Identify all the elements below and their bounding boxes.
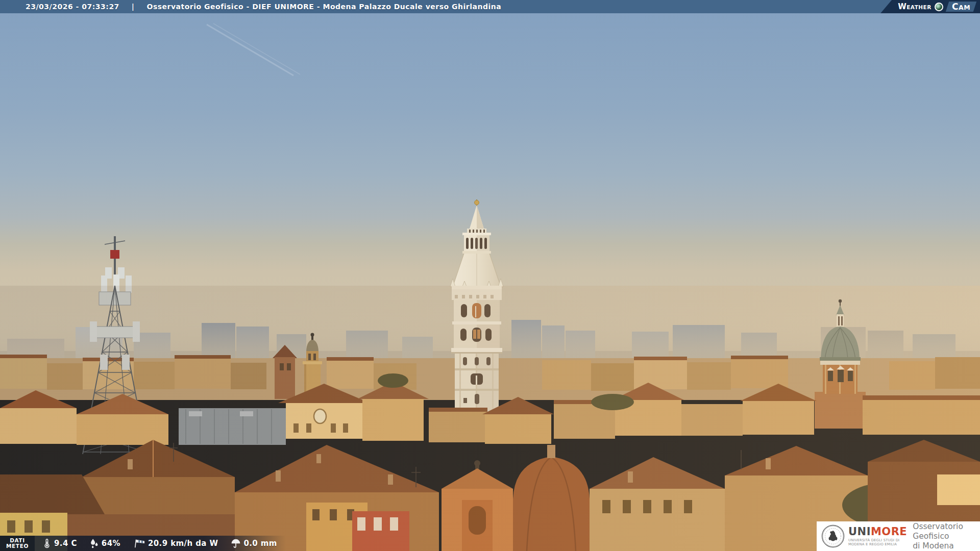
cityscape-photo	[0, 0, 980, 551]
meteo-bar: DATI METEO 9.4 C 64%	[0, 536, 306, 551]
observatory-name-line2: di Modena	[913, 541, 980, 551]
weathercam-cam-label: Cam	[952, 2, 970, 12]
wind-value: 20.9 km/h da W	[148, 539, 218, 548]
header-bar: 23/03/2026 - 07:33:27 | Osservatorio Geo…	[0, 0, 980, 13]
sunlight-tint	[0, 286, 980, 551]
unimore-seal-icon	[821, 524, 845, 548]
windsock-icon	[133, 538, 146, 549]
temperature-metric: 9.4 C	[42, 538, 77, 549]
observatory-name-line1: Osservatorio Geofisico	[913, 522, 980, 541]
separator: |	[132, 3, 135, 11]
dati-meteo-label: DATI METEO	[0, 536, 35, 551]
dati-meteo-line2: METEO	[6, 543, 29, 549]
university-name-line1: UNIVERSITÀ DEGLI STUDI DI	[848, 538, 907, 542]
weathercam-cam-chip: Cam	[946, 2, 977, 12]
webcam-title: Osservatorio Geofisico - DIEF UNIMORE - …	[146, 3, 501, 11]
precipitation-metric: 0.0 mm	[230, 538, 277, 549]
webcam-page: 23/03/2026 - 07:33:27 | Osservatorio Geo…	[0, 0, 980, 551]
wind-metric: 20.9 km/h da W	[133, 538, 218, 549]
precipitation-value: 0.0 mm	[243, 539, 277, 548]
unimore-branding-box: UNIMORE UNIVERSITÀ DEGLI STUDI DI MODENA…	[817, 521, 980, 551]
weathercam-logo: Weather Cam	[880, 0, 980, 13]
weathercam-dot-icon	[935, 3, 943, 11]
humidity-icon	[88, 538, 100, 549]
university-name-line2: MODENA E REGGIO EMILIA	[848, 542, 907, 546]
unimore-more-text: MORE	[871, 525, 907, 538]
thermometer-icon	[42, 538, 52, 549]
weathercam-weather-label: Weather	[898, 2, 932, 11]
umbrella-icon	[230, 538, 241, 549]
timestamp: 23/03/2026 - 07:33:27	[26, 3, 119, 11]
temperature-value: 9.4 C	[54, 539, 77, 548]
unimore-uni-text: UNI	[848, 525, 871, 538]
humidity-metric: 64%	[88, 538, 120, 549]
unimore-wordmark: UNIMORE UNIVERSITÀ DEGLI STUDI DI MODENA…	[848, 527, 907, 546]
observatory-name: Osservatorio Geofisico di Modena	[913, 522, 980, 551]
humidity-value: 64%	[102, 539, 120, 548]
